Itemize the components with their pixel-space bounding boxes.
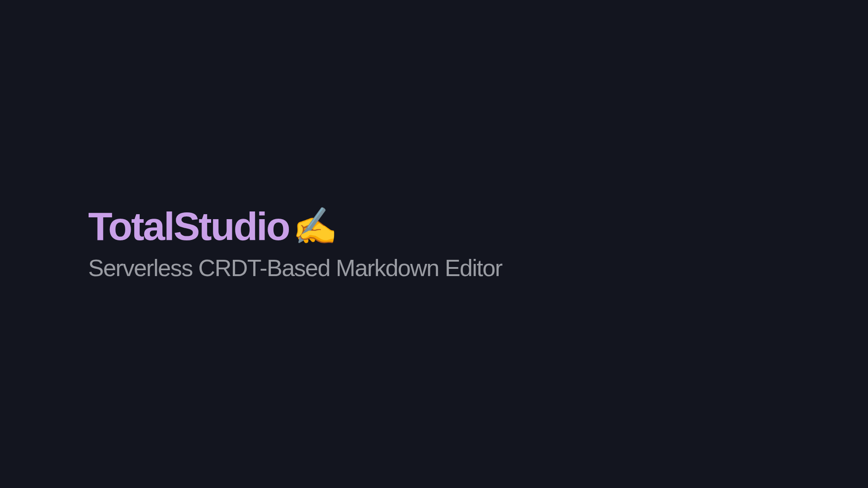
- hero-subtitle: Serverless CRDT-Based Markdown Editor: [88, 254, 868, 282]
- hero-title: TotalStudio: [88, 206, 289, 246]
- hero-title-row: TotalStudio ✍️: [88, 206, 868, 246]
- writing-hand-icon: ✍️: [292, 208, 338, 244]
